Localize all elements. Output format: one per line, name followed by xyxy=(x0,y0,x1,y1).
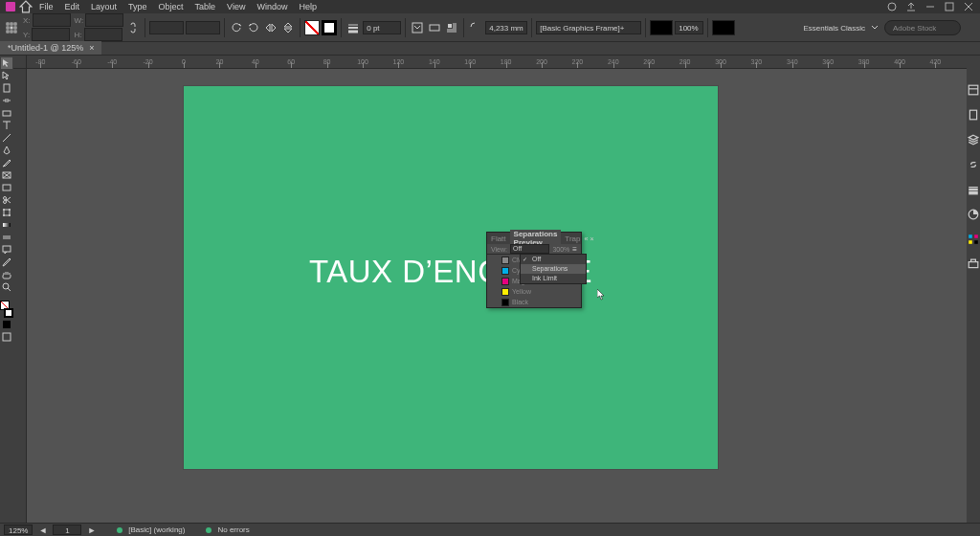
gradient-feather-tool-icon[interactable] xyxy=(1,232,12,243)
menu-edit[interactable]: Edit xyxy=(60,0,85,13)
layers-panel-icon[interactable] xyxy=(968,134,979,145)
view-dropdown[interactable]: Off xyxy=(510,244,549,254)
ruler-vertical[interactable] xyxy=(13,69,27,523)
panel-close-icon[interactable]: × xyxy=(590,235,593,242)
rectangle-tool-icon[interactable] xyxy=(1,182,12,193)
ruler-origin[interactable] xyxy=(13,56,27,69)
direct-selection-tool-icon[interactable] xyxy=(1,70,12,81)
h-field[interactable] xyxy=(84,28,122,41)
text-wrap-icon[interactable] xyxy=(444,20,459,35)
close-tab-icon[interactable]: × xyxy=(89,43,94,53)
flip-v-icon[interactable] xyxy=(280,20,296,35)
menu-help[interactable]: Help xyxy=(294,0,322,13)
visibility-icon[interactable] xyxy=(491,288,499,296)
swatches-panel-icon[interactable] xyxy=(968,234,979,245)
selection-tool-icon[interactable] xyxy=(1,57,12,69)
stroke-panel-icon[interactable] xyxy=(968,184,979,195)
content-collector-icon[interactable] xyxy=(1,107,12,119)
scale-y-field[interactable] xyxy=(186,21,220,34)
panel-tab-flattener[interactable]: Flatt xyxy=(487,234,510,243)
apply-color-icon[interactable] xyxy=(1,319,12,330)
page-nav-next-icon[interactable]: ► xyxy=(87,525,96,535)
zoom-tool-icon[interactable] xyxy=(1,281,12,293)
errors-label[interactable]: No errors xyxy=(217,525,249,534)
window-restore-icon[interactable] xyxy=(944,1,955,12)
window-close-icon[interactable] xyxy=(963,1,974,12)
gap-tool-icon[interactable] xyxy=(1,95,12,106)
rectangle-frame-tool-icon[interactable] xyxy=(1,169,12,181)
gradient-swatch-tool-icon[interactable] xyxy=(1,219,12,231)
visibility-icon[interactable] xyxy=(491,278,499,285)
line-tool-icon[interactable] xyxy=(1,132,12,144)
view-mode-icon[interactable] xyxy=(1,331,12,343)
scissors-tool-icon[interactable] xyxy=(1,194,12,206)
zoom-field[interactable]: 125% xyxy=(4,525,33,535)
object-style-field[interactable]: [Basic Graphics Frame]+ xyxy=(536,21,641,34)
cc-libraries-panel-icon[interactable] xyxy=(968,258,979,270)
document-page[interactable]: TAUX D’ENCRAGE xyxy=(184,86,718,469)
visibility-icon[interactable] xyxy=(491,257,499,264)
pencil-tool-icon[interactable] xyxy=(1,157,12,168)
ref-point-icon[interactable] xyxy=(4,20,19,35)
stroke-swatch[interactable] xyxy=(322,20,337,35)
corner-options-icon[interactable] xyxy=(468,20,483,35)
type-tool-icon[interactable] xyxy=(1,120,12,131)
opacity-field[interactable]: 100% xyxy=(675,21,703,34)
constrain-icon[interactable] xyxy=(125,20,141,35)
eyedropper-tool-icon[interactable] xyxy=(1,257,12,268)
fill-stroke-toggle[interactable] xyxy=(0,301,13,318)
x-field[interactable] xyxy=(33,13,71,27)
search-input[interactable]: Adobe Stock xyxy=(884,20,961,35)
menu-layout[interactable]: Layout xyxy=(86,0,122,13)
scale-x-field[interactable] xyxy=(149,21,184,34)
auto-fit-icon[interactable] xyxy=(410,20,425,35)
stroke-weight-field[interactable]: 0 pt xyxy=(363,21,401,34)
fill-swatch[interactable] xyxy=(304,20,320,35)
share-icon[interactable] xyxy=(905,1,917,12)
page-tool-icon[interactable] xyxy=(1,82,12,94)
menu-type[interactable]: Type xyxy=(123,0,152,13)
document-tab[interactable]: *Untitled-1 @ 125% × xyxy=(0,41,101,55)
note-tool-icon[interactable] xyxy=(1,244,12,256)
app-logo-icon[interactable] xyxy=(4,1,17,12)
pen-tool-icon[interactable] xyxy=(1,145,12,156)
preflight-profile-label[interactable]: [Basic] (working) xyxy=(128,525,185,534)
ruler-horizontal[interactable]: -140-120-100-80-60-40-200204060801001201… xyxy=(27,56,967,69)
panel-collapse-icon[interactable]: « xyxy=(585,235,589,242)
panel-tab-trap[interactable]: Trap xyxy=(561,234,584,243)
rotate-cw-icon[interactable] xyxy=(246,20,261,35)
home-icon[interactable] xyxy=(19,1,33,12)
color-panel-icon[interactable] xyxy=(968,209,979,220)
page-field[interactable]: 1 xyxy=(53,525,81,535)
pages-panel-icon[interactable] xyxy=(968,109,979,121)
visibility-icon[interactable] xyxy=(491,267,499,275)
dropdown-item-ink-limit[interactable]: Ink Limit xyxy=(521,274,586,283)
ink-row[interactable]: Yellow xyxy=(487,286,581,297)
dropdown-item-off[interactable]: Off xyxy=(521,255,586,264)
menu-object[interactable]: Object xyxy=(154,0,189,13)
workspace-switcher[interactable]: Essentials Classic Adobe Stock xyxy=(804,13,961,42)
page-nav-prev-icon[interactable]: ◄ xyxy=(38,525,47,535)
rotate-ccw-icon[interactable] xyxy=(229,20,244,35)
links-panel-icon[interactable] xyxy=(968,159,979,170)
menu-file[interactable]: File xyxy=(34,0,58,13)
menu-window[interactable]: Window xyxy=(252,0,292,13)
dropdown-item-separations[interactable]: Separations xyxy=(521,264,586,274)
properties-panel-icon[interactable] xyxy=(968,84,979,96)
hand-tool-icon[interactable] xyxy=(1,269,12,280)
panel-menu-icon[interactable]: ≡ xyxy=(572,245,577,254)
ink-row[interactable]: Black xyxy=(487,297,581,307)
y-field[interactable] xyxy=(32,28,70,41)
free-transform-tool-icon[interactable] xyxy=(1,207,12,218)
canvas[interactable]: TAUX D’ENCRAGE Flatt Separations Preview… xyxy=(27,69,967,523)
separations-preview-panel[interactable]: Flatt Separations Preview Trap « × View:… xyxy=(486,232,582,308)
flip-h-icon[interactable] xyxy=(263,20,278,35)
menu-table[interactable]: Table xyxy=(190,0,221,13)
drop-shadow-swatch[interactable] xyxy=(712,20,735,35)
menu-view[interactable]: View xyxy=(222,0,250,13)
sync-icon[interactable] xyxy=(886,1,898,12)
effects-swatch[interactable] xyxy=(650,20,673,35)
visibility-icon[interactable] xyxy=(491,299,499,306)
corner-radius-field[interactable]: 4,233 mm xyxy=(485,21,527,34)
frame-fit-icon[interactable] xyxy=(427,20,442,35)
